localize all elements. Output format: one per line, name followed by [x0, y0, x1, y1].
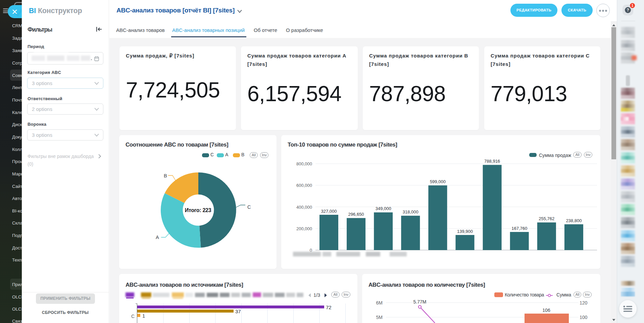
svg-text:C: C [247, 204, 251, 210]
svg-text:5.77M: 5.77M [413, 299, 427, 305]
svg-text:5M: 5M [376, 315, 383, 320]
svg-text:120: 120 [580, 300, 588, 306]
svg-text:788,916: 788,916 [484, 159, 500, 164]
svg-text:B: B [164, 173, 167, 178]
svg-text:A: A [156, 235, 159, 240]
svg-text:400,000: 400,000 [296, 205, 312, 210]
svg-text:318,000: 318,000 [403, 209, 418, 214]
svg-text:1: 1 [142, 313, 145, 319]
svg-text:600,000: 600,000 [296, 183, 312, 188]
svg-text:255,762: 255,762 [539, 216, 554, 221]
svg-text:106: 106 [542, 308, 550, 313]
svg-text:349,000: 349,000 [376, 206, 391, 211]
svg-text:800,000: 800,000 [296, 161, 312, 166]
svg-text:327,000: 327,000 [321, 209, 337, 214]
svg-text:296,650: 296,650 [348, 212, 364, 217]
svg-text:72: 72 [326, 305, 332, 310]
svg-text:6M: 6M [376, 300, 383, 306]
svg-text:C: C [131, 314, 135, 319]
svg-text:599,000: 599,000 [430, 179, 446, 184]
svg-text:238,800: 238,800 [566, 218, 582, 223]
svg-text:Итого: 223: Итого: 223 [185, 207, 211, 213]
svg-text:200,000: 200,000 [296, 226, 312, 231]
svg-text:100: 100 [580, 315, 588, 320]
svg-text:37: 37 [235, 309, 241, 314]
svg-text:167,760: 167,760 [511, 226, 527, 231]
svg-text:139,900: 139,900 [457, 229, 473, 234]
